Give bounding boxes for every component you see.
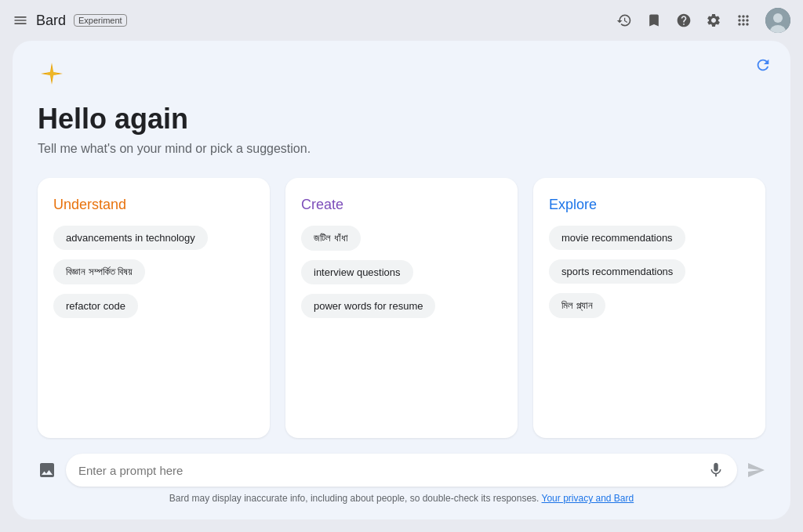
bard-sparkle-icon	[38, 60, 765, 93]
topbar: Bard Experiment	[0, 0, 803, 41]
apps-icon[interactable]	[736, 13, 751, 28]
mic-button[interactable]	[707, 461, 725, 479]
help-icon[interactable]	[676, 13, 692, 28]
topbar-left: Bard Experiment	[13, 13, 127, 29]
topbar-right	[616, 8, 790, 33]
chip-understand-0[interactable]: advancements in technology	[53, 226, 208, 250]
chip-create-1[interactable]: interview questions	[301, 260, 413, 284]
bookmark-icon[interactable]	[646, 13, 662, 28]
suggestion-card-explore: Explore movie recommendations sports rec…	[533, 178, 765, 438]
prompt-input[interactable]	[78, 464, 701, 477]
prompt-input-wrapper	[66, 454, 737, 487]
send-button[interactable]	[747, 461, 765, 480]
category-understand: Understand	[53, 197, 254, 213]
refresh-button[interactable]	[754, 56, 772, 74]
chip-explore-0[interactable]: movie recommendations	[549, 226, 685, 250]
suggestion-card-understand: Understand advancements in technology বি…	[38, 178, 270, 438]
avatar[interactable]	[765, 8, 790, 33]
greeting-subtitle: Tell me what's on your mind or pick a su…	[38, 142, 765, 156]
image-upload-button[interactable]	[38, 461, 56, 480]
privacy-link[interactable]: Your privacy and Bard	[542, 493, 634, 504]
greeting-title: Hello again	[38, 103, 765, 136]
svg-point-1	[773, 13, 783, 23]
settings-icon[interactable]	[706, 13, 721, 28]
chip-create-2[interactable]: power words for resume	[301, 294, 435, 318]
chip-explore-1[interactable]: sports recommendations	[549, 259, 685, 284]
menu-icon[interactable]	[13, 13, 28, 28]
chip-create-0[interactable]: জটিল ধাঁধা	[301, 226, 361, 251]
category-explore: Explore	[549, 197, 750, 213]
chip-understand-1[interactable]: বিজ্ঞান সম্পর্কিত বিষয়	[53, 259, 145, 284]
experiment-badge: Experiment	[74, 14, 127, 27]
suggestion-card-create: Create জটিল ধাঁধা interview questions po…	[285, 178, 518, 438]
chip-understand-2[interactable]: refactor code	[53, 294, 138, 318]
category-create: Create	[301, 197, 502, 213]
disclaimer-text: Bard may display inaccurate info, includ…	[38, 493, 765, 504]
history-icon[interactable]	[616, 13, 632, 28]
bottom-section: Bard may display inaccurate info, includ…	[38, 454, 765, 504]
app-name: Bard	[36, 13, 66, 29]
chip-explore-2[interactable]: মিল প্ল্যান	[549, 293, 605, 318]
input-row	[38, 454, 765, 487]
main-wrapper: Hello again Tell me what's on your mind …	[0, 41, 803, 532]
content-card: Hello again Tell me what's on your mind …	[13, 41, 790, 519]
suggestion-row: Understand advancements in technology বি…	[38, 178, 765, 438]
